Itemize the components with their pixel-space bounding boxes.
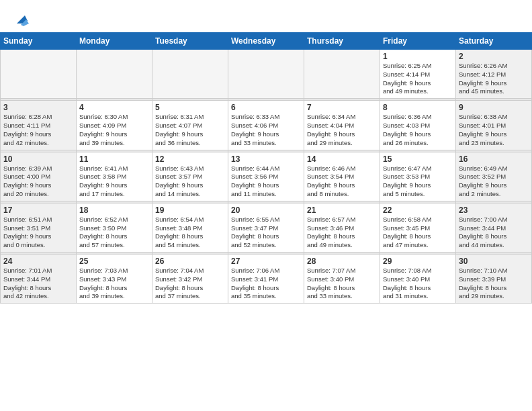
day-number: 14 (307, 154, 377, 164)
day-number: 16 (459, 154, 529, 164)
day-cell (1, 50, 77, 99)
page-header (0, 0, 532, 32)
day-number: 5 (155, 103, 225, 112)
day-info: Sunrise: 6:44 AM Sunset: 3:56 PM Dayligh… (231, 165, 301, 199)
day-info: Sunrise: 6:46 AM Sunset: 3:54 PM Dayligh… (307, 165, 377, 199)
week-row-1: 3Sunrise: 6:28 AM Sunset: 4:11 PM Daylig… (1, 101, 532, 150)
week-row-3: 17Sunrise: 6:51 AM Sunset: 3:51 PM Dayli… (1, 203, 532, 252)
day-number: 17 (3, 205, 73, 215)
week-row-0: 1Sunrise: 6:25 AM Sunset: 4:14 PM Daylig… (1, 50, 532, 99)
day-cell: 4Sunrise: 6:30 AM Sunset: 4:09 PM Daylig… (77, 101, 152, 150)
day-number: 22 (383, 205, 453, 215)
day-number: 25 (79, 257, 149, 266)
day-cell: 21Sunrise: 6:57 AM Sunset: 3:46 PM Dayli… (304, 203, 380, 252)
day-cell: 1Sunrise: 6:25 AM Sunset: 4:14 PM Daylig… (380, 50, 456, 99)
col-header-saturday: Saturday (456, 33, 532, 50)
day-cell (152, 50, 228, 99)
day-info: Sunrise: 6:52 AM Sunset: 3:50 PM Dayligh… (79, 216, 149, 250)
day-info: Sunrise: 7:03 AM Sunset: 3:43 PM Dayligh… (79, 267, 149, 301)
day-info: Sunrise: 6:43 AM Sunset: 3:57 PM Dayligh… (155, 165, 225, 199)
day-number: 15 (383, 154, 453, 164)
day-number: 13 (231, 154, 301, 164)
day-info: Sunrise: 6:28 AM Sunset: 4:11 PM Dayligh… (3, 113, 73, 147)
day-info: Sunrise: 7:01 AM Sunset: 3:44 PM Dayligh… (3, 267, 73, 301)
day-number: 4 (79, 103, 149, 112)
day-cell: 30Sunrise: 7:10 AM Sunset: 3:39 PM Dayli… (456, 255, 532, 304)
day-cell: 2Sunrise: 6:26 AM Sunset: 4:12 PM Daylig… (456, 50, 532, 99)
day-info: Sunrise: 6:57 AM Sunset: 3:46 PM Dayligh… (307, 216, 377, 250)
day-number: 6 (231, 103, 301, 112)
day-info: Sunrise: 6:51 AM Sunset: 3:51 PM Dayligh… (3, 216, 73, 250)
calendar-header-row: SundayMondayTuesdayWednesdayThursdayFrid… (1, 33, 532, 50)
day-info: Sunrise: 6:34 AM Sunset: 4:04 PM Dayligh… (307, 113, 377, 147)
day-cell: 7Sunrise: 6:34 AM Sunset: 4:04 PM Daylig… (304, 101, 380, 150)
day-cell: 23Sunrise: 7:00 AM Sunset: 3:44 PM Dayli… (456, 203, 532, 252)
day-cell: 13Sunrise: 6:44 AM Sunset: 3:56 PM Dayli… (228, 152, 304, 201)
day-number: 28 (307, 257, 377, 266)
day-cell: 20Sunrise: 6:55 AM Sunset: 3:47 PM Dayli… (228, 203, 304, 252)
day-cell: 3Sunrise: 6:28 AM Sunset: 4:11 PM Daylig… (1, 101, 77, 150)
day-cell: 17Sunrise: 6:51 AM Sunset: 3:51 PM Dayli… (1, 203, 77, 252)
col-header-wednesday: Wednesday (228, 33, 304, 50)
day-info: Sunrise: 6:26 AM Sunset: 4:12 PM Dayligh… (459, 62, 529, 96)
day-info: Sunrise: 6:41 AM Sunset: 3:58 PM Dayligh… (79, 165, 149, 199)
day-info: Sunrise: 7:06 AM Sunset: 3:41 PM Dayligh… (231, 267, 301, 301)
day-number: 19 (155, 205, 225, 215)
calendar-table: SundayMondayTuesdayWednesdayThursdayFrid… (0, 32, 532, 304)
col-header-monday: Monday (77, 33, 152, 50)
day-cell: 22Sunrise: 6:58 AM Sunset: 3:45 PM Dayli… (380, 203, 456, 252)
day-number: 20 (231, 205, 301, 215)
day-number: 7 (307, 103, 377, 112)
day-info: Sunrise: 7:00 AM Sunset: 3:44 PM Dayligh… (459, 216, 529, 250)
day-cell: 14Sunrise: 6:46 AM Sunset: 3:54 PM Dayli… (304, 152, 380, 201)
day-number: 1 (383, 52, 453, 61)
week-row-2: 10Sunrise: 6:39 AM Sunset: 4:00 PM Dayli… (1, 152, 532, 201)
day-cell: 26Sunrise: 7:04 AM Sunset: 3:42 PM Dayli… (152, 255, 228, 304)
day-number: 3 (3, 103, 73, 112)
day-number: 18 (79, 205, 149, 215)
day-cell: 9Sunrise: 6:38 AM Sunset: 4:01 PM Daylig… (456, 101, 532, 150)
day-cell: 16Sunrise: 6:49 AM Sunset: 3:52 PM Dayli… (456, 152, 532, 201)
day-cell: 28Sunrise: 7:07 AM Sunset: 3:40 PM Dayli… (304, 255, 380, 304)
day-number: 10 (3, 154, 73, 164)
day-cell: 6Sunrise: 6:33 AM Sunset: 4:06 PM Daylig… (228, 101, 304, 150)
day-info: Sunrise: 6:39 AM Sunset: 4:00 PM Dayligh… (3, 165, 73, 199)
day-number: 12 (155, 154, 225, 164)
day-info: Sunrise: 6:55 AM Sunset: 3:47 PM Dayligh… (231, 216, 301, 250)
day-number: 9 (459, 103, 529, 112)
day-info: Sunrise: 6:33 AM Sunset: 4:06 PM Dayligh… (231, 113, 301, 147)
day-info: Sunrise: 6:31 AM Sunset: 4:07 PM Dayligh… (155, 113, 225, 147)
col-header-tuesday: Tuesday (152, 33, 228, 50)
day-number: 26 (155, 257, 225, 266)
day-cell: 24Sunrise: 7:01 AM Sunset: 3:44 PM Dayli… (1, 255, 77, 304)
day-cell (304, 50, 380, 99)
col-header-thursday: Thursday (304, 33, 380, 50)
logo (10, 10, 30, 29)
day-info: Sunrise: 6:38 AM Sunset: 4:01 PM Dayligh… (459, 113, 529, 147)
col-header-friday: Friday (380, 33, 456, 50)
day-info: Sunrise: 7:04 AM Sunset: 3:42 PM Dayligh… (155, 267, 225, 301)
day-cell: 15Sunrise: 6:47 AM Sunset: 3:53 PM Dayli… (380, 152, 456, 201)
day-number: 27 (231, 257, 301, 266)
day-info: Sunrise: 6:49 AM Sunset: 3:52 PM Dayligh… (459, 165, 529, 199)
logo-icon (11, 10, 30, 29)
day-number: 8 (383, 103, 453, 112)
day-cell: 10Sunrise: 6:39 AM Sunset: 4:00 PM Dayli… (1, 152, 77, 201)
week-row-4: 24Sunrise: 7:01 AM Sunset: 3:44 PM Dayli… (1, 255, 532, 304)
day-cell (77, 50, 152, 99)
day-info: Sunrise: 6:30 AM Sunset: 4:09 PM Dayligh… (79, 113, 149, 147)
day-cell: 8Sunrise: 6:36 AM Sunset: 4:03 PM Daylig… (380, 101, 456, 150)
day-number: 11 (79, 154, 149, 164)
day-cell (228, 50, 304, 99)
day-info: Sunrise: 6:54 AM Sunset: 3:48 PM Dayligh… (155, 216, 225, 250)
day-info: Sunrise: 7:10 AM Sunset: 3:39 PM Dayligh… (459, 267, 529, 301)
day-info: Sunrise: 6:47 AM Sunset: 3:53 PM Dayligh… (383, 165, 453, 199)
day-cell: 19Sunrise: 6:54 AM Sunset: 3:48 PM Dayli… (152, 203, 228, 252)
day-info: Sunrise: 6:25 AM Sunset: 4:14 PM Dayligh… (383, 62, 453, 96)
col-header-sunday: Sunday (1, 33, 77, 50)
day-number: 21 (307, 205, 377, 215)
day-cell: 12Sunrise: 6:43 AM Sunset: 3:57 PM Dayli… (152, 152, 228, 201)
day-number: 2 (459, 52, 529, 61)
day-number: 24 (3, 257, 73, 266)
day-info: Sunrise: 7:08 AM Sunset: 3:40 PM Dayligh… (383, 267, 453, 301)
